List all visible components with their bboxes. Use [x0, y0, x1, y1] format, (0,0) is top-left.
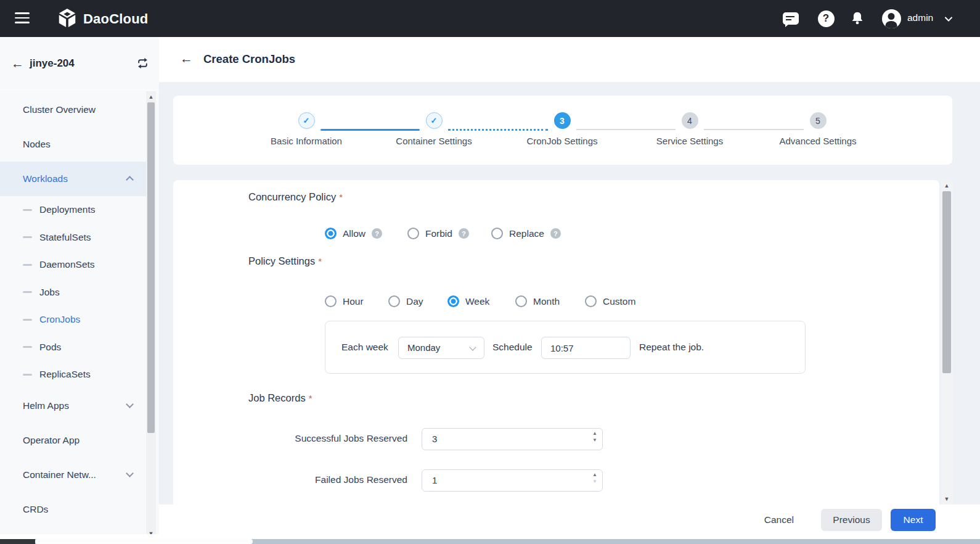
sidebar-item-cluster-overview[interactable]: Cluster Overview [0, 93, 146, 127]
radio-icon[interactable] [585, 295, 597, 307]
step-check-icon: ✓ [298, 112, 315, 129]
help-icon[interactable]: ? [816, 9, 836, 28]
radio-option-month[interactable]: Month [515, 295, 560, 307]
radio-option-custom[interactable]: Custom [585, 295, 635, 307]
help-icon[interactable]: ? [372, 228, 382, 239]
switch-cluster-icon[interactable] [137, 57, 149, 72]
sidebar-item-label: Operator App [23, 435, 80, 446]
scroll-down-icon[interactable]: ▼ [941, 495, 952, 503]
sidebar-item-cronjobs[interactable]: CronJobs [0, 306, 146, 334]
bell-icon[interactable] [847, 9, 867, 28]
sidebar-item-label: CRDs [23, 504, 48, 515]
previous-button[interactable]: Previous [821, 509, 882, 531]
page-title: Create CronJobs [203, 52, 295, 66]
sidebar-item-operator-app[interactable]: Operator App [0, 423, 146, 458]
number-input-successful-jobs-reserved[interactable]: 3▲▼ [422, 428, 603, 450]
sidebar-item-replicasets[interactable]: ReplicaSets [0, 361, 146, 389]
stepper-down-icon[interactable]: ▼ [592, 479, 597, 484]
step-check-icon: ✓ [426, 112, 443, 129]
radio-option-allow[interactable]: Allow? [325, 228, 382, 239]
schedule-label: Schedule [492, 342, 533, 353]
radio-icon[interactable] [388, 295, 400, 307]
sidebar-item-deployments[interactable]: Deployments [0, 196, 146, 224]
sidebar-item-daemonsets[interactable]: DaemonSets [0, 251, 146, 279]
scroll-up-icon[interactable]: ▲ [146, 93, 156, 101]
form-scrollbar[interactable]: ▲ ▼ [941, 180, 952, 505]
radio-icon[interactable] [407, 228, 419, 239]
help-icon[interactable]: ? [550, 228, 561, 239]
number-stepper: ▲▼ [592, 431, 597, 443]
sidebar-item-nodes[interactable]: Nodes [0, 127, 146, 162]
sidebar-item-label: Deployments [39, 204, 95, 215]
radio-icon[interactable] [491, 228, 503, 239]
sidebar-item-pods[interactable]: Pods [0, 334, 146, 361]
radio-icon[interactable] [515, 295, 527, 307]
required-asterisk: * [309, 393, 312, 403]
chevron-down-icon[interactable] [944, 14, 953, 25]
stepper-up-icon[interactable]: ▲ [592, 472, 597, 477]
sidebar-scroll-thumb[interactable] [147, 102, 155, 433]
stepper-down-icon[interactable]: ▼ [592, 438, 597, 443]
radio-option-day[interactable]: Day [388, 295, 423, 307]
sidebar-item-helm-apps[interactable]: Helm Apps [0, 389, 146, 423]
cluster-back-icon[interactable]: ← [11, 57, 24, 70]
chevron-down-icon [469, 344, 476, 350]
step-container-settings[interactable]: ✓Container Settings [378, 96, 489, 146]
sidebar-item-label: Nodes [23, 139, 51, 150]
step-advanced-settings[interactable]: 5Advanced Settings [762, 96, 873, 146]
sidebar-item-label: Helm Apps [23, 400, 69, 411]
step-service-settings[interactable]: 4Service Settings [634, 96, 745, 146]
sidebar-item-statefulsets[interactable]: StatefulSets [0, 224, 146, 252]
sidebar-item-crds[interactable]: CRDs [0, 492, 146, 527]
radio-label: Hour [343, 296, 364, 307]
chevron-down-icon [126, 469, 134, 477]
number-input-failed-jobs-reserved[interactable]: 1▲▼ [422, 469, 603, 492]
sidebar-item-label: Pods [39, 342, 61, 353]
form-scroll-thumb[interactable] [942, 191, 951, 373]
number-input-value: 1 [432, 475, 437, 485]
sidebar-item-container-netw[interactable]: Container Netw... [0, 458, 146, 492]
brand[interactable]: DaoCloud [57, 7, 148, 31]
sidebar-item-label: StatefulSets [39, 232, 91, 243]
cancel-button[interactable]: Cancel [758, 509, 800, 531]
number-field-label: Failed Jobs Reserved [247, 474, 407, 485]
radio-icon[interactable] [325, 295, 337, 307]
next-button[interactable]: Next [891, 509, 936, 531]
radio-option-week[interactable]: Week [447, 295, 489, 307]
job-record-row-failed-jobs-reserved: Failed Jobs Reserved1▲▼ [173, 469, 939, 492]
radio-label: Replace [509, 228, 544, 239]
radio-option-hour[interactable]: Hour [325, 295, 364, 307]
avatar[interactable] [881, 9, 901, 28]
hamburger-menu-icon[interactable] [15, 12, 30, 24]
scroll-up-icon[interactable]: ▲ [941, 181, 952, 190]
step-cronjob-settings[interactable]: 3CronJob Settings [507, 96, 618, 146]
radio-selected-icon[interactable] [325, 228, 337, 239]
concurrency-policy-label: Concurrency Policy* [248, 191, 343, 203]
step-label: Advanced Settings [762, 136, 873, 146]
radio-label: Custom [603, 296, 635, 307]
help-icon[interactable]: ? [459, 228, 469, 239]
sidebar-scrollbar[interactable]: ▲ ▼ [146, 91, 156, 539]
weekday-select[interactable]: Monday [398, 337, 484, 359]
dash-icon [23, 374, 32, 376]
radio-selected-icon[interactable] [447, 295, 459, 307]
sidebar-item-jobs[interactable]: Jobs [0, 279, 146, 307]
number-input-value: 3 [432, 434, 437, 444]
scrollbar-corner [0, 539, 35, 544]
horizontal-scrollbar[interactable] [0, 539, 980, 544]
radio-label: Forbid [425, 228, 452, 239]
stepper-up-icon[interactable]: ▲ [592, 431, 597, 436]
schedule-time-input[interactable] [541, 337, 631, 359]
stepper: ✓Basic Information✓Container Settings3Cr… [173, 96, 952, 165]
step-basic-information[interactable]: ✓Basic Information [251, 96, 362, 146]
step-number: 4 [682, 112, 698, 129]
radio-label: Month [533, 296, 560, 307]
radio-option-replace[interactable]: Replace? [491, 228, 561, 239]
chat-icon[interactable] [781, 9, 801, 28]
sidebar-item-workloads[interactable]: Workloads [0, 162, 146, 196]
sidebar-header: ← jinye-204 [0, 37, 159, 90]
page-back-icon[interactable]: ← [180, 52, 193, 65]
weekday-select-value: Monday [407, 342, 440, 353]
radio-option-forbid[interactable]: Forbid? [407, 228, 469, 239]
horizontal-scroll-thumb[interactable] [35, 539, 253, 544]
